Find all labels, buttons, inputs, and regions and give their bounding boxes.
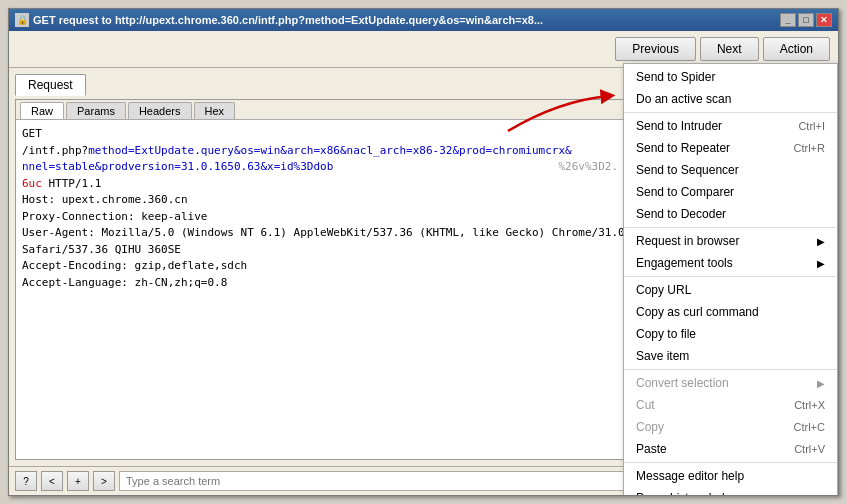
- req-path-plain: /intf.php?: [22, 144, 88, 157]
- add-button[interactable]: +: [67, 471, 89, 491]
- menu-engagement-tools[interactable]: Engagement tools ▶: [624, 252, 837, 274]
- menu-convert-selection: Convert selection ▶: [624, 372, 837, 394]
- req-path-red: 6uc: [22, 177, 42, 190]
- menu-send-to-intruder[interactable]: Send to Intruder Ctrl+I: [624, 115, 837, 137]
- window-icon: 🔒: [15, 13, 29, 27]
- menu-do-active-scan[interactable]: Do an active scan: [624, 88, 837, 110]
- menu-send-to-spider[interactable]: Send to Spider: [624, 66, 837, 88]
- req-http: HTTP/1.1: [42, 177, 102, 190]
- tab-raw[interactable]: Raw: [20, 102, 64, 119]
- minimize-button[interactable]: _: [780, 13, 796, 27]
- tab-params[interactable]: Params: [66, 102, 126, 119]
- menu-request-in-browser[interactable]: Request in browser ▶: [624, 230, 837, 252]
- arrow-icon-3: ▶: [817, 378, 825, 389]
- req-safari: Safari/537.36 QIHU 360SE Accept-Encoding…: [22, 243, 247, 289]
- req-path-gray: %26v%3D2.: [333, 160, 618, 173]
- req-host: Host: upext.chrome.360.cn Proxy-Connecti…: [22, 193, 638, 239]
- req-path-blue2: nnel=stable&prodversion=31.0.1650.63&x=i…: [22, 160, 333, 173]
- help-button[interactable]: ?: [15, 471, 37, 491]
- window-title: GET request to http://upext.chrome.360.c…: [33, 14, 543, 26]
- menu-send-to-comparer[interactable]: Send to Comparer: [624, 181, 837, 203]
- previous-button[interactable]: Previous: [615, 37, 696, 61]
- menu-copy: Copy Ctrl+C: [624, 416, 837, 438]
- req-method: GET: [22, 127, 42, 140]
- title-bar-left: 🔒 GET request to http://upext.chrome.360…: [15, 13, 780, 27]
- toolbar: Previous Next Action Send to Spider Do a…: [9, 31, 838, 68]
- arrow-icon: ▶: [817, 236, 825, 247]
- menu-send-to-repeater[interactable]: Send to Repeater Ctrl+R: [624, 137, 837, 159]
- menu-paste[interactable]: Paste Ctrl+V: [624, 438, 837, 460]
- title-bar: 🔒 GET request to http://upext.chrome.360…: [9, 9, 838, 31]
- arrow-icon-2: ▶: [817, 258, 825, 269]
- tab-request[interactable]: Request: [15, 74, 86, 96]
- forward-button[interactable]: >: [93, 471, 115, 491]
- menu-send-to-sequencer[interactable]: Send to Sequencer: [624, 159, 837, 181]
- window-controls: _ □ ✕: [780, 13, 832, 27]
- next-button[interactable]: Next: [700, 37, 759, 61]
- req-path-blue: method=ExtUpdate.query&os=win&arch=x86&n…: [88, 144, 571, 157]
- close-button[interactable]: ✕: [816, 13, 832, 27]
- menu-send-to-decoder[interactable]: Send to Decoder: [624, 203, 837, 225]
- menu-separator-3: [624, 276, 837, 277]
- menu-copy-to-file[interactable]: Copy to file: [624, 323, 837, 345]
- menu-copy-url[interactable]: Copy URL: [624, 279, 837, 301]
- main-content: Previous Next Action Send to Spider Do a…: [9, 31, 838, 495]
- main-window: 🔒 GET request to http://upext.chrome.360…: [8, 8, 839, 496]
- menu-message-editor-help[interactable]: Message editor help: [624, 465, 837, 487]
- menu-separator-5: [624, 462, 837, 463]
- tab-headers[interactable]: Headers: [128, 102, 192, 119]
- maximize-button[interactable]: □: [798, 13, 814, 27]
- context-menu: Send to Spider Do an active scan Send to…: [623, 63, 838, 495]
- menu-separator-2: [624, 227, 837, 228]
- menu-separator-4: [624, 369, 837, 370]
- menu-cut: Cut Ctrl+X: [624, 394, 837, 416]
- menu-proxy-history-help[interactable]: Proxy history help: [624, 487, 837, 495]
- action-button[interactable]: Action: [763, 37, 830, 61]
- menu-save-item[interactable]: Save item: [624, 345, 837, 367]
- tab-hex[interactable]: Hex: [194, 102, 236, 119]
- menu-separator-1: [624, 112, 837, 113]
- menu-copy-as-curl[interactable]: Copy as curl command: [624, 301, 837, 323]
- back-button[interactable]: <: [41, 471, 63, 491]
